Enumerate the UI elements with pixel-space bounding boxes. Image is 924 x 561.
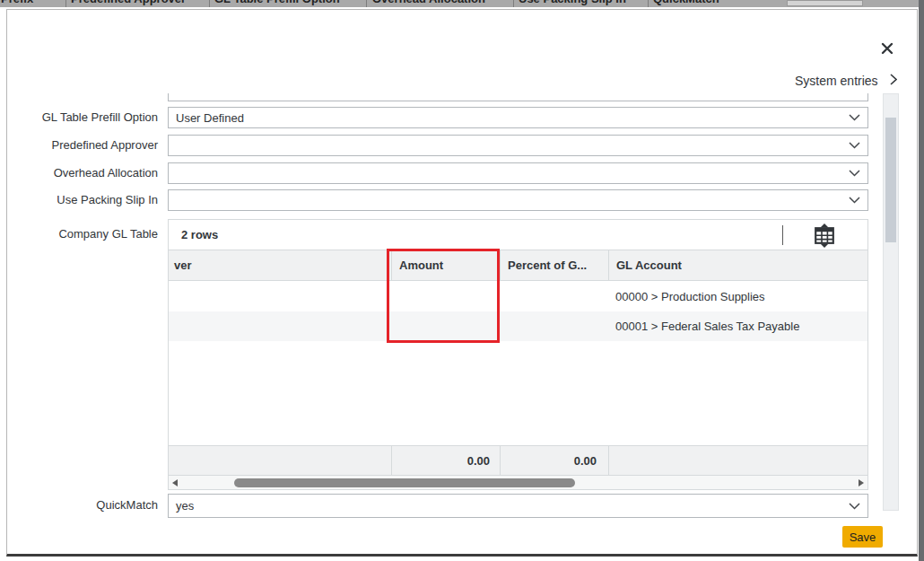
dropdown-gl-table-prefill[interactable]: User Defined <box>168 107 868 128</box>
cell-gl-account: 00001 > Federal Sales Tax Payable <box>608 311 867 341</box>
bg-col-prefix: Prefix <box>1 0 33 6</box>
horizontal-scrollbar[interactable] <box>169 475 867 489</box>
bg-separator <box>65 0 66 7</box>
column-header-approver[interactable]: ver <box>169 250 391 280</box>
cell-approver <box>169 311 391 341</box>
row-count-label: 2 rows <box>169 228 218 241</box>
cell-percent <box>500 311 608 341</box>
field-label-predefined-approver: Predefined Approver <box>7 135 158 156</box>
totals-spacer <box>169 446 391 475</box>
dropdown-overhead-allocation[interactable] <box>168 162 868 184</box>
dropdown-quickmatch[interactable]: yes <box>168 494 868 518</box>
dropdown-value: User Defined <box>169 111 841 125</box>
column-header-gl-account[interactable]: GL Account <box>608 250 867 280</box>
bg-col-predefined-approver: Predefined Approver <box>71 0 186 6</box>
bg-col-overhead-allocation: Overhead Allocation <box>372 0 485 6</box>
bg-separator <box>366 0 367 7</box>
toolbar-separator <box>782 225 783 245</box>
chevron-down-icon[interactable] <box>841 114 867 121</box>
dropdown-predefined-approver[interactable] <box>168 135 868 156</box>
partial-field-above <box>168 93 868 101</box>
dropdown-value: yes <box>169 499 841 513</box>
bg-button <box>787 0 863 6</box>
background-right-edge <box>919 0 924 561</box>
grid-header-row: ver Amount Percent of G... GL Account <box>169 250 867 281</box>
field-label-overhead-allocation: Overhead Allocation <box>7 162 158 184</box>
field-label-quickmatch: QuickMatch <box>7 495 158 516</box>
field-label-company-gl-table: Company GL Table <box>7 224 158 245</box>
field-label-gl-table-prefill: GL Table Prefill Option <box>7 107 158 128</box>
vertical-scrollbar-thumb[interactable] <box>885 118 896 242</box>
save-button[interactable]: Save <box>842 526 883 548</box>
system-entries-label: System entries <box>795 74 878 88</box>
bg-separator <box>648 0 649 7</box>
cell-gl-account: 00000 > Production Supplies <box>608 281 867 311</box>
scroll-left-icon[interactable] <box>172 479 178 486</box>
chevron-right-icon <box>890 74 897 88</box>
grid-toolbar: 2 rows <box>169 220 867 250</box>
chevron-down-icon[interactable] <box>841 142 867 149</box>
company-gl-table-grid: 2 rows ver Amount Percent of G... GL Acc… <box>168 219 868 490</box>
chevron-down-icon[interactable] <box>841 170 867 177</box>
cell-approver <box>169 281 391 311</box>
background-toolbar: Prefix Predefined Approver GL Table Pref… <box>0 0 919 7</box>
bg-col-gl-table-prefill: GL Table Prefill Option <box>214 0 340 6</box>
bg-separator <box>513 0 514 7</box>
table-row[interactable]: 00000 > Production Supplies <box>169 281 867 311</box>
vertical-scrollbar[interactable] <box>883 93 899 511</box>
totals-percent: 0.00 <box>500 446 608 475</box>
horizontal-scrollbar-thumb[interactable] <box>234 478 575 487</box>
bg-col-use-packing-slip: Use Packing Slip In <box>519 0 626 6</box>
bg-separator <box>209 0 210 7</box>
chevron-down-icon[interactable] <box>841 503 867 510</box>
bg-col-quickmatch: QuickMatch <box>653 0 719 6</box>
scroll-right-icon[interactable] <box>859 479 864 486</box>
cell-percent <box>500 281 608 311</box>
close-icon[interactable] <box>881 42 895 57</box>
annotation-rectangle <box>387 249 500 343</box>
system-entries-link[interactable]: System entries <box>795 74 897 88</box>
table-row[interactable]: 00001 > Federal Sales Tax Payable <box>169 311 867 341</box>
chevron-down-icon[interactable] <box>841 197 867 204</box>
column-header-percent[interactable]: Percent of G... <box>500 250 608 280</box>
totals-amount: 0.00 <box>391 446 500 475</box>
totals-spacer <box>608 446 867 475</box>
dropdown-use-packing-slip[interactable] <box>168 189 868 211</box>
table-settings-icon[interactable] <box>812 224 837 248</box>
totals-row: 0.00 0.00 <box>169 445 867 475</box>
field-label-use-packing-slip: Use Packing Slip In <box>7 189 158 211</box>
